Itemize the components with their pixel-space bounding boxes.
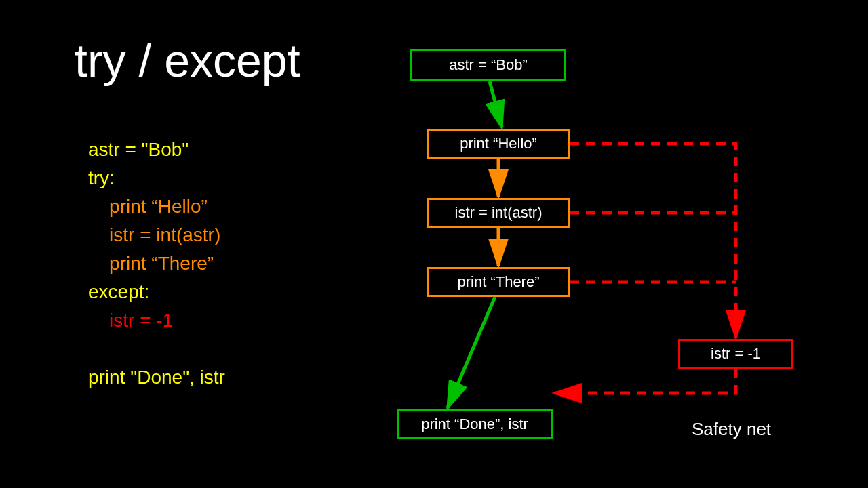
flow-box-istr-minus1: istr = -1 <box>678 339 793 369</box>
code-line: except: <box>88 278 225 306</box>
safety-net-label: Safety net <box>692 419 771 440</box>
flow-box-print-hello: print “Hello” <box>427 129 570 159</box>
code-line: astr = "Bob" <box>88 136 225 164</box>
flow-box-print-done: print “Done”, istr <box>397 409 553 439</box>
code-line: try: <box>88 164 225 192</box>
code-line: istr = int(astr) <box>88 221 225 249</box>
code-line: print "Done", istr <box>88 363 225 392</box>
flow-box-print-there: print “There” <box>427 267 570 297</box>
svg-line-3 <box>448 297 495 408</box>
code-line: istr = -1 <box>88 306 225 335</box>
flow-box-istr-int: istr = int(astr) <box>427 198 570 228</box>
code-block: astr = "Bob" try: print “Hello” istr = i… <box>88 136 225 392</box>
code-line: print “There” <box>88 249 225 278</box>
slide-title: try / except <box>75 34 300 87</box>
svg-line-0 <box>490 81 502 127</box>
flow-box-astr: astr = “Bob” <box>410 49 566 81</box>
code-line: print “Hello” <box>88 192 225 221</box>
